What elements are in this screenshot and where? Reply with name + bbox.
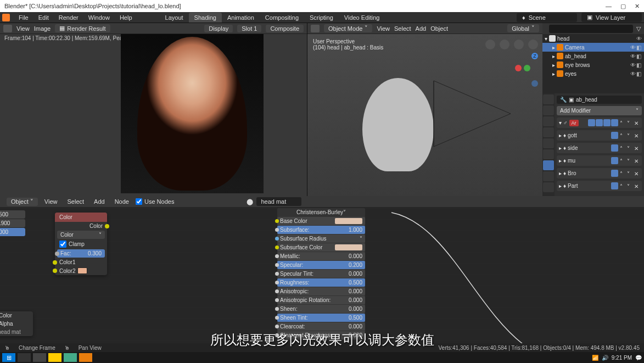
tab-layout[interactable]: Layout — [160, 13, 189, 23]
clamp-checkbox[interactable] — [59, 241, 66, 248]
viewlayer-selector[interactable]: ▣View Layer — [581, 13, 642, 22]
node-menu-select[interactable]: Select — [64, 197, 88, 206]
principled-param-clearcoat[interactable]: Clearcoat:0.000 — [277, 322, 365, 331]
color2-socket[interactable]: Color2 — [59, 268, 75, 274]
outliner-item-eyebrows[interactable]: ▸eye brows👁◧ — [542, 60, 644, 69]
principled-param-sheen[interactable]: Sheen:0.000 — [277, 305, 365, 313]
modifier-side[interactable]: ▸♦side˄˅✕ — [557, 143, 642, 153]
img-menu-image[interactable]: Image — [34, 25, 51, 32]
outliner-item-camera[interactable]: ▸Camera👁◧ — [542, 43, 644, 52]
props-tab-output[interactable] — [543, 105, 554, 115]
close-button[interactable]: ✕ — [635, 3, 640, 10]
taskbar-app-icon[interactable] — [64, 353, 77, 362]
use-nodes-checkbox[interactable]: Use Nodes — [136, 198, 174, 205]
tab-shading[interactable]: Shading — [189, 13, 222, 23]
mode-dropdown[interactable]: Object Mode ˅ — [324, 24, 372, 32]
tab-compositing[interactable]: Compositing — [260, 13, 304, 23]
fac-input[interactable]: Fac:0.300 — [57, 249, 105, 258]
render-result-dropdown[interactable]: ▦Render Result — [55, 24, 110, 32]
principled-param-subsurfacecolor[interactable]: Subsurface Color — [277, 243, 365, 252]
node-editor-canvas[interactable]: 0.500 -0.900 1.000 Color Color Color˅ Cl… — [0, 207, 644, 351]
outliner-item-eyes[interactable]: ▸eyes👁◧ — [542, 69, 644, 78]
gizmo-hand-icon[interactable] — [514, 40, 524, 49]
modifier-mu[interactable]: ▸♦mu˄˅✕ — [557, 155, 642, 166]
taskbar-search[interactable] — [18, 353, 31, 362]
principled-param-basecolor[interactable]: Base Color — [277, 217, 365, 225]
3d-viewport[interactable]: User Perspective (104) head | ab_head : … — [307, 34, 542, 196]
tray-notifications-icon[interactable]: 💬 — [635, 355, 642, 361]
tray-clock[interactable]: 9:21 PM — [612, 355, 632, 361]
props-tab-physics[interactable] — [543, 182, 554, 192]
props-tab-world[interactable] — [543, 138, 554, 148]
start-button[interactable]: ⊞ — [2, 353, 15, 362]
output-frag-node[interactable]: Color Alpha head mat — [0, 311, 33, 336]
principled-param-subsurface[interactable]: Subsurface:1.000 — [277, 226, 365, 234]
value-input[interactable]: -0.900 — [0, 219, 25, 227]
modifier-gott[interactable]: ▸♦gott˄˅✕ — [557, 130, 642, 141]
value-input[interactable]: 1.000 — [0, 228, 25, 236]
tab-animation[interactable]: Animation — [222, 13, 260, 23]
vp-menu-add[interactable]: Add — [416, 25, 427, 32]
node-menu-view[interactable]: View — [41, 197, 61, 206]
menu-edit[interactable]: Edit — [34, 13, 53, 22]
add-modifier-button[interactable]: Add Modifier˅ — [557, 106, 642, 115]
axis-y-icon[interactable] — [524, 65, 530, 71]
editor-type-3d-icon[interactable] — [311, 25, 320, 32]
principled-param-anisotropicrotation[interactable]: Anisotropic Rotation:0.000 — [277, 296, 365, 304]
display-dropdown[interactable]: Display — [204, 25, 233, 32]
value-input[interactable]: 0.500 — [0, 210, 25, 219]
tab-scripting[interactable]: Scripting — [304, 13, 339, 23]
distribution-dropdown[interactable]: Christensen-Burley ˅ — [277, 208, 365, 216]
vp-menu-select[interactable]: Select — [394, 25, 411, 32]
principled-param-roughness[interactable]: Roughness:0.500 — [277, 278, 365, 287]
left-node-fragment[interactable]: 0.500 -0.900 1.000 — [0, 210, 27, 237]
menu-render[interactable]: Render — [54, 13, 83, 22]
principled-param-speculartint[interactable]: Specular Tint:0.000 — [277, 270, 365, 278]
scene-selector[interactable]: ♦Scene — [517, 13, 577, 22]
taskbar-explorer-icon[interactable] — [48, 353, 61, 362]
orientation-dropdown[interactable]: Global ˅ — [507, 24, 539, 32]
props-tab-render[interactable] — [543, 94, 554, 104]
node-menu-add[interactable]: Add — [91, 197, 108, 206]
menu-help[interactable]: Help — [115, 13, 137, 22]
tab-video[interactable]: Video Editing — [339, 13, 385, 23]
filter-icon[interactable]: ▽ — [636, 25, 641, 32]
taskbar-blender-icon[interactable] — [79, 353, 92, 362]
axis-x-icon[interactable] — [515, 65, 522, 71]
head-mesh[interactable] — [362, 78, 434, 171]
menu-window[interactable]: Window — [84, 13, 114, 22]
maximize-button[interactable]: ▢ — [620, 3, 626, 10]
slot-dropdown[interactable]: Slot 1 — [237, 25, 261, 32]
material-name[interactable]: head mat — [256, 197, 301, 206]
color-field[interactable]: Color˅ — [57, 231, 105, 239]
minimize-button[interactable]: — — [606, 3, 612, 10]
vp-menu-object[interactable]: Object — [430, 25, 448, 32]
axis-nz-icon[interactable] — [531, 80, 538, 87]
gizmo-move-icon[interactable] — [485, 40, 495, 49]
axis-gizmo[interactable]: Z — [515, 53, 539, 77]
modifier-armature[interactable]: ▾♂Ar˄˅✕ — [557, 118, 642, 128]
vp-menu-view[interactable]: View — [377, 25, 390, 32]
node-type-dropdown[interactable]: Object ˅ — [7, 198, 38, 206]
principled-param-anisotropic[interactable]: Anisotropic:0.000 — [277, 287, 365, 295]
principled-param-metallic[interactable]: Metallic:0.000 — [277, 252, 365, 260]
principled-param-specular[interactable]: Specular:0.200 — [277, 261, 365, 269]
gizmo-rotate-icon[interactable] — [500, 40, 509, 49]
color-mix-node[interactable]: Color Color Color˅ Clamp Fac:0.300 Color… — [55, 213, 107, 275]
color-swatch[interactable] — [77, 267, 87, 274]
principled-param-sheentint[interactable]: Sheen Tint:0.500 — [277, 314, 365, 322]
props-tab-modifier[interactable] — [543, 160, 554, 170]
tray-wifi-icon[interactable]: 📶 — [592, 355, 598, 361]
props-tab-particle[interactable] — [543, 171, 554, 181]
menu-file[interactable]: File — [14, 13, 33, 22]
props-tab-scene[interactable] — [543, 127, 554, 137]
camera-wireframe[interactable] — [428, 75, 511, 152]
outliner-item-abhead[interactable]: ▸ab_head👁◧ — [542, 52, 644, 60]
principled-param-subsurfaceradius[interactable]: Subsurface Radius˅ — [277, 234, 365, 243]
color1-socket[interactable]: Color1 — [59, 259, 75, 265]
props-tab-object[interactable] — [543, 149, 554, 159]
props-tab-viewlayer[interactable] — [543, 116, 554, 126]
tray-volume-icon[interactable]: 🔊 — [602, 355, 608, 361]
node-menu-node[interactable]: Node — [111, 197, 132, 206]
principled-bsdf-node[interactable]: Christensen-Burley ˅ Base ColorSubsurfac… — [277, 208, 365, 340]
